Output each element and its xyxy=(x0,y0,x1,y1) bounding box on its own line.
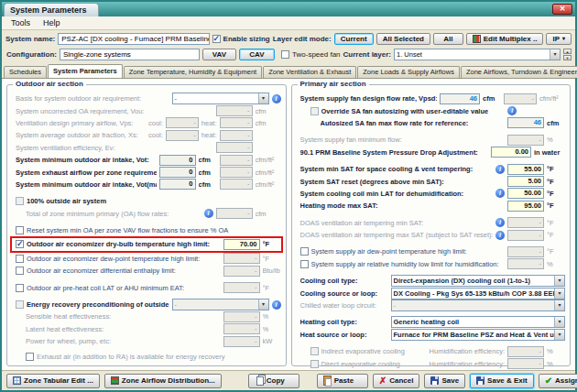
econ-drybulb-unit: °F xyxy=(263,240,281,248)
menu-help[interactable]: Help xyxy=(38,18,66,27)
direct-evap-checkbox xyxy=(310,360,319,368)
tab-system-parameters[interactable]: System Parameters xyxy=(48,64,123,78)
heat-source-label: Heat source or loop: xyxy=(300,331,388,339)
min-lat-label: System cooling coil min LAT for dehumidi… xyxy=(300,190,494,198)
row-ev: System ventilation efficiency, Ev: - xyxy=(12,142,281,154)
row-energy-recovery: Energy recovery preconditioning of outsi… xyxy=(12,299,281,310)
heat-source-dropdown[interactable]: Furnace for PRM Baseline PSZ and Heat & … xyxy=(391,329,566,341)
cooling-coil-value: Direct-expansion (DX) cooling coil (1-to… xyxy=(392,276,555,286)
total-primary-unit: cfm xyxy=(256,210,281,218)
current-layer-dropdown[interactable]: 1. Unset ▾ xyxy=(394,49,561,60)
zone-tabular-edit-button[interactable]: Zone Tabular Edit ... xyxy=(6,374,100,388)
header-panel: System name: PSZ-AC [DX cooling - Furnac… xyxy=(2,30,575,64)
cooling-coil-dropdown[interactable]: Direct-expansion (DX) cooling coil (1-to… xyxy=(391,275,566,287)
heating-coil-value: Generic heating coil xyxy=(392,317,555,327)
primary-air-section: Primary air section System supply fan de… xyxy=(291,84,572,366)
row-vot: System minimum outdoor air intake, Vot: … xyxy=(12,154,281,166)
vpsd-unit: cfm xyxy=(483,94,501,103)
indirect-evap-eff-label: Humidification efficiency: xyxy=(423,347,506,355)
cav-button[interactable]: CAV xyxy=(239,49,275,60)
tab-zone-ventilation[interactable]: Zone Ventilation & Exhaust xyxy=(263,66,356,78)
heating-coil-dropdown[interactable]: Generic heating coil ▾ xyxy=(391,316,566,328)
override-sa-checkbox xyxy=(310,107,319,115)
exhaust-airflow-unit: cfm xyxy=(199,169,217,177)
oa-basis-value: - xyxy=(173,93,258,103)
dewpoint-limit-unit: °F xyxy=(547,247,565,256)
econ-drybulb-checkbox[interactable] xyxy=(16,240,24,248)
min-sat-field[interactable]: 55.00 xyxy=(507,164,544,175)
row-exhaust-airflow: System exhaust airflow per zone requirem… xyxy=(12,166,281,178)
save-exit-button[interactable]: Save & Exit xyxy=(470,374,534,388)
vpsd-field: 46 xyxy=(440,93,480,104)
vpsd-unit-2: cfm/ft² xyxy=(539,94,565,103)
cancel-x-icon: ✗ xyxy=(379,376,386,386)
vot-field-2: - xyxy=(220,155,253,166)
row-vou: System uncorrected OA requirement, Vou: … xyxy=(12,104,281,116)
close-button[interactable]: ✕ xyxy=(552,4,572,15)
sat-reset-field[interactable]: 5.00 xyxy=(507,176,544,187)
econ-dewpoint-checkbox[interactable] xyxy=(16,255,24,263)
oa-basis-dropdown[interactable]: - ▾ xyxy=(172,93,269,104)
preheat-label: Outdoor air pre-heat coil LAT or AHU min… xyxy=(27,284,221,292)
wheel-power-field: - xyxy=(223,336,260,347)
prm-pressure-field[interactable]: 0.00 xyxy=(491,147,531,158)
prm-pressure-label: 90.1 PRM Baseline System Pressure Drop A… xyxy=(300,148,489,157)
vps-cool-label: cool: xyxy=(148,119,163,127)
menu-tools[interactable]: Tools xyxy=(5,18,36,27)
spinner-down-icon[interactable]: ▼ xyxy=(563,55,572,60)
latent-label: Latent heat effectiveness: xyxy=(26,325,221,333)
copy-icon xyxy=(256,376,264,386)
vot-makeup-field-2: - xyxy=(220,179,253,190)
min-sat-unit: °F xyxy=(547,165,565,173)
preheat-unit: °F xyxy=(263,284,281,292)
enable-sizing-checkbox[interactable] xyxy=(212,35,221,43)
row-exhaust-er: Exhaust air (in addition to RA) is avail… xyxy=(12,350,281,362)
ev-field: - xyxy=(216,142,253,153)
cancel-button[interactable]: ✗ Cancel xyxy=(373,374,420,388)
paste-button[interactable]: Paste xyxy=(317,374,368,388)
min-sat-label: System min SAT for space cooling & vent … xyxy=(300,165,494,173)
layer-current-button[interactable]: Current xyxy=(334,33,374,45)
save-floppy-icon xyxy=(430,376,439,385)
zone-airflow-distribution-button[interactable]: Zone Airflow Distribution... xyxy=(104,374,222,388)
configuration-input[interactable]: Single-zone systems xyxy=(60,49,200,60)
units-dropdown-button[interactable]: IP ▾ xyxy=(546,33,572,45)
spinner-up-icon[interactable]: ▲ xyxy=(563,49,572,54)
edit-multiplex-button[interactable]: Edit Multiplex .. xyxy=(466,33,544,45)
reset-min-oa-checkbox[interactable] xyxy=(16,226,24,234)
heat-source-value: Furnace for PRM Baseline PSZ and Heat & … xyxy=(392,330,555,340)
tab-schedules[interactable]: Schedules xyxy=(4,66,47,78)
layer-all-button[interactable]: All xyxy=(433,33,463,45)
menu-bar: Tools Help xyxy=(2,16,575,30)
dewpoint-limit-checkbox[interactable] xyxy=(300,247,309,256)
dropdown-arrow-icon: ▾ xyxy=(554,330,564,340)
rh-low-limit-checkbox[interactable] xyxy=(300,260,309,268)
preheat-checkbox[interactable] xyxy=(16,284,24,292)
tab-page: Outdoor air section Basis for system out… xyxy=(2,78,575,370)
min-lat-field[interactable]: 50.00 xyxy=(507,188,544,199)
oa-100-label: 100% outside air system xyxy=(27,197,281,205)
vav-button[interactable]: VAV xyxy=(202,49,236,60)
econ-enthalpy-checkbox[interactable] xyxy=(16,267,24,275)
row-econ-dewpoint: Outdoor air economizer dew-point tempera… xyxy=(12,253,281,265)
copy-button[interactable]: Copy xyxy=(248,374,299,388)
header-row-1: System name: PSZ-AC [DX cooling - Furnac… xyxy=(5,32,572,46)
layer-all-selected-button[interactable]: All Selected xyxy=(376,33,430,45)
cooling-source-dropdown[interactable]: DX Cooling - Pkg Sys 65-135 kBtu/h COP 3… xyxy=(391,288,566,299)
vot-unit-2: cfm/ft² xyxy=(256,156,281,164)
assign-button[interactable]: ✔ Assign xyxy=(539,374,577,388)
tab-zone-loads[interactable]: Zone Loads & Supply Airflows xyxy=(357,66,460,78)
row-doas-max: DOAS ventilation air tempering max SAT (… xyxy=(297,229,566,241)
row-indirect-evap: Indirect evaporative cooling Humidificat… xyxy=(297,345,566,357)
save-button[interactable]: Save xyxy=(424,374,465,388)
two-speed-fan-checkbox[interactable] xyxy=(281,50,289,59)
vot-makeup-unit: cfm xyxy=(199,180,217,189)
tab-zone-temperature[interactable]: Zone Temperature, Humidity & Equipment xyxy=(124,66,263,78)
system-name-input[interactable]: PSZ-AC [DX cooling - Furnace] PRM Baseli… xyxy=(58,33,209,45)
tab-zone-airflows[interactable]: Zone Airflows, Turndown & Engineering Ch… xyxy=(461,66,577,78)
exhaust-airflow-field: 0 xyxy=(159,167,196,178)
paste-icon xyxy=(323,376,332,386)
exhaust-er-checkbox[interactable] xyxy=(26,353,34,361)
econ-drybulb-field[interactable]: 70.00 xyxy=(223,239,260,250)
heat-max-sat-field[interactable]: 95.00 xyxy=(507,201,544,212)
